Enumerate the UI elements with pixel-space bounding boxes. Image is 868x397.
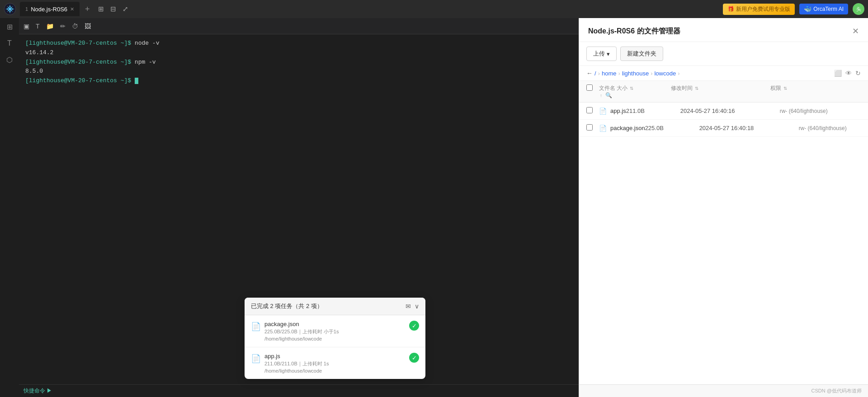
upload-item-1: 📄 package.json 225.0B/225.0B｜上传耗时 小于1s /…: [245, 315, 425, 347]
app-logo: [4, 3, 16, 15]
topbar-right: 🎁 新用户免费试用专业版 🐳 OrcaTerm AI 头: [723, 3, 864, 15]
upload-popup-header: 已完成 2 项任务（共 2 项） ✉ ∨: [245, 298, 425, 315]
header-size: 大小 ⇅: [617, 84, 671, 98]
upload-button[interactable]: 上传 ▾: [586, 47, 617, 61]
quick-commands-arrow: ▶: [47, 388, 52, 394]
upload-filename-1: package.json: [264, 321, 406, 327]
perm-sort-icon[interactable]: ⇅: [783, 86, 787, 91]
upload-dropdown-icon: ▾: [607, 51, 610, 57]
row-checkbox-cell-2: [586, 124, 599, 132]
upload-popup: 已完成 2 项任务（共 2 项） ✉ ∨ 📄 package.json 225.…: [245, 298, 425, 379]
terminal-cursor: [135, 78, 138, 84]
terminal-tab[interactable]: 1 Node.js-R0S6 ✕: [20, 2, 80, 16]
split-icon[interactable]: ⊟: [110, 5, 116, 13]
fm-close-button[interactable]: ✕: [852, 26, 859, 36]
header-name: 文件名 ↑ 🔍: [599, 84, 617, 98]
breadcrumb-lighthouse[interactable]: lighthouse: [622, 70, 649, 77]
row-1-checkbox[interactable]: [586, 107, 593, 113]
user-avatar[interactable]: 头: [853, 3, 864, 15]
breadcrumb-root[interactable]: /: [594, 70, 596, 77]
breadcrumb-eye-icon[interactable]: 👁: [845, 70, 852, 77]
upload-item-row-1: 📄 package.json 225.0B/225.0B｜上传耗时 小于1s /…: [251, 321, 419, 341]
file-perm-2: rw- (640/lighthouse): [799, 125, 868, 131]
breadcrumb-back-icon[interactable]: ←: [586, 70, 593, 77]
sidebar: ⊞ T ⬡: [0, 18, 19, 397]
terminal-icon[interactable]: ▣: [24, 23, 29, 30]
topbar-toolbar: ⊞ ⊟ ⤢: [98, 5, 128, 13]
text-edit-icon[interactable]: T: [36, 23, 40, 30]
file-modified-2: 2024-05-27 16:40:18: [699, 125, 799, 131]
tab-number: 1: [25, 6, 28, 12]
pen-icon[interactable]: ✏: [60, 23, 66, 30]
upload-filename-2: app.js: [264, 353, 406, 360]
file-perm-1: rw- (640/lighthouse): [780, 108, 868, 114]
file-modified-1: 2024-05-27 16:40:16: [680, 107, 780, 114]
fm-header: Node.js-R0S6 的文件管理器 ✕: [579, 18, 868, 42]
file-icon-2: 📄: [251, 354, 261, 364]
terminal-output-1: v16.14.2: [25, 48, 572, 58]
quick-commands-link[interactable]: 快捷命令 ▶: [24, 387, 52, 395]
image-icon[interactable]: 🖼: [85, 23, 91, 30]
upload-popup-title: 已完成 2 项任务（共 2 项）: [251, 302, 323, 310]
terminal-toolbar: ▣ T 📁 ✏ ⏱ 🖼: [19, 18, 579, 34]
topbar: 1 Node.js-R0S6 ✕ + ⊞ ⊟ ⤢ 🎁 新用户免费试用专业版 🐳 …: [0, 0, 868, 18]
table-row[interactable]: 📄 app.js 211.0B 2024-05-27 16:40:16 rw- …: [579, 103, 868, 120]
file-manager-panel: Node.js-R0S6 的文件管理器 ✕ 上传 ▾ 新建文件夹 ← / › h…: [579, 18, 868, 397]
svg-point-1: [9, 8, 11, 10]
csdn-label: CSDN @低代码布道师: [811, 388, 862, 394]
fm-breadcrumb-actions: ⬜ 👁 ↻: [834, 70, 861, 77]
main-layout: ⊞ T ⬡ ▣ T 📁 ✏ ⏱ 🖼 [lighthouse@VM-20-7-ce…: [0, 18, 868, 397]
new-folder-button[interactable]: 新建文件夹: [620, 47, 663, 61]
text-icon[interactable]: T: [7, 39, 12, 47]
folder-icon[interactable]: 📁: [46, 23, 54, 30]
table-row[interactable]: 📄 package.json 225.0B 2024-05-27 16:40:1…: [579, 120, 868, 137]
search-icon[interactable]: 🔍: [605, 92, 612, 98]
grid-icon[interactable]: ⊞: [7, 23, 13, 31]
file-icon-1: 📄: [251, 322, 261, 332]
breadcrumb-home[interactable]: home: [602, 70, 617, 77]
gift-icon: 🎁: [727, 6, 734, 12]
breadcrumb-lowcode[interactable]: lowcode: [654, 70, 676, 77]
upload-check-2: ✓: [409, 353, 419, 363]
breadcrumb-open-icon[interactable]: ⬜: [834, 70, 842, 77]
size-sort-icon[interactable]: ⇅: [630, 86, 633, 91]
modified-sort-icon[interactable]: ⇅: [695, 86, 698, 91]
upload-collapse-icon[interactable]: ∨: [415, 303, 419, 310]
layout-icon[interactable]: ⊞: [98, 5, 104, 13]
file-size-2: 225.0B: [645, 125, 699, 131]
add-tab-button[interactable]: +: [82, 5, 93, 14]
quick-commands-label: 快捷命令: [24, 388, 45, 394]
row-2-checkbox[interactable]: [586, 124, 593, 131]
upload-item-info-1: package.json 225.0B/225.0B｜上传耗时 小于1s /ho…: [264, 321, 406, 341]
terminal-line-2: [lighthouse@VM-20-7-centos ~]$ npm -v: [25, 58, 572, 67]
fm-title: Node.js-R0S6 的文件管理器: [588, 27, 680, 36]
file-type-icon-1: 📄: [599, 107, 607, 115]
upload-item-row-2: 📄 app.js 211.0B/211.0B｜上传耗时 1s /home/lig…: [251, 353, 419, 374]
name-sort-asc-icon[interactable]: ↑: [600, 93, 602, 98]
file-name-cell-2: 📄 package.json: [599, 125, 645, 132]
file-manager-bottom-bar: CSDN @低代码布道师: [579, 384, 868, 397]
terminal-footer: 快捷命令 ▶: [19, 384, 579, 397]
select-all-checkbox[interactable]: [586, 84, 593, 91]
promo-button[interactable]: 🎁 新用户免费试用专业版: [723, 4, 795, 15]
fm-toolbar: 上传 ▾ 新建文件夹: [579, 42, 868, 66]
puzzle-icon[interactable]: ⬡: [6, 56, 13, 64]
file-name-cell-1: 📄 app.js: [599, 107, 626, 115]
header-checkbox-cell: [586, 84, 599, 98]
upload-item-info-2: app.js 211.0B/211.0B｜上传耗时 1s /home/light…: [264, 353, 406, 374]
upload-email-icon[interactable]: ✉: [406, 303, 411, 310]
orca-label: OrcaTerm AI: [813, 6, 844, 12]
file-type-icon-2: 📄: [599, 125, 607, 132]
tab-label: Node.js-R0S6: [31, 6, 67, 13]
arrows-icon[interactable]: ⤢: [123, 5, 128, 13]
clock-icon[interactable]: ⏱: [72, 23, 78, 30]
upload-item-2: 📄 app.js 211.0B/211.0B｜上传耗时 1s /home/lig…: [245, 347, 425, 379]
orca-icon: 🐳: [804, 5, 811, 13]
breadcrumb-refresh-icon[interactable]: ↻: [855, 70, 861, 77]
orca-button[interactable]: 🐳 OrcaTerm AI: [799, 4, 848, 14]
tab-close-icon[interactable]: ✕: [70, 6, 74, 12]
terminal-line-3: [lighthouse@VM-20-7-centos ~]$: [25, 76, 572, 86]
terminal-output-2: 8.5.0: [25, 67, 572, 76]
header-permissions: 权限 ⇅: [770, 84, 861, 98]
file-size-1: 211.0B: [626, 107, 680, 114]
